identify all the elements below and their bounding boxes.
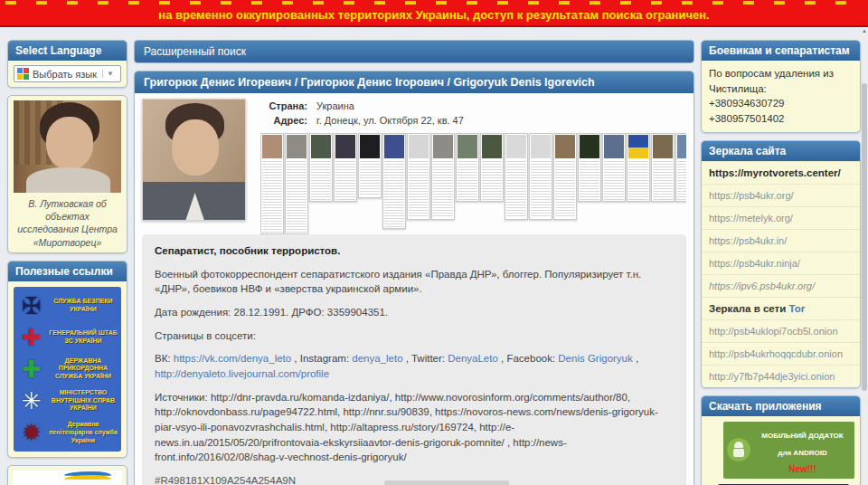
left-sidebar: Select Language Выбрать язык ▼ В. Лутков… <box>7 40 127 485</box>
page-thumbnail[interactable] <box>309 133 333 202</box>
language-selector-label: Выбрать язык <box>33 69 97 80</box>
chevron-down-icon[interactable]: ▼ <box>102 70 114 78</box>
social-text: , Twitter: <box>403 353 448 364</box>
page-thumbnail[interactable] <box>505 133 528 220</box>
militants-header: Боевикам и сепаратистам <box>702 41 860 61</box>
thumbnail-image <box>384 135 404 158</box>
scroll-up-arrow[interactable]: ▲ <box>861 28 868 33</box>
link-border-service[interactable]: ✚ ДЕРЖАВНА ПРИКОРДОННА СЛУЖБА УКРАЇНИ <box>17 357 118 381</box>
mirror-link-3[interactable]: https://psb4ukr.in/ <box>702 229 860 252</box>
informnapalm-box: InformNapalm <box>7 465 127 485</box>
link-sbu[interactable]: ✠ СЛУЖБА БЕЗПЕКИ УКРАЇНИ <box>17 294 118 318</box>
thumbnail-image <box>653 135 673 158</box>
address-row: Адрес: г. Донецк, ул. Октября 22, кв. 47 <box>260 115 686 126</box>
page-thumbnail[interactable] <box>627 133 650 202</box>
lutkovska-video-box: В. Лутковская об объектах исследования Ц… <box>7 95 127 253</box>
social-text: , Instagram: <box>291 353 352 364</box>
thumbnail-image <box>433 135 453 158</box>
profile-photo[interactable] <box>142 99 246 221</box>
social-link[interactable]: http://denyaleto.livejournal.com/profile <box>155 368 329 379</box>
tor-mirror-2[interactable]: http://y7fb7p44dje3yici.onion <box>702 365 860 387</box>
thumbnail-text-lines <box>360 159 380 196</box>
tor-link[interactable]: Tor <box>788 303 805 314</box>
page-thumbnail[interactable] <box>260 133 284 234</box>
lutkovska-photo[interactable] <box>14 100 121 193</box>
android-app-line2: для ANDROID <box>778 449 826 457</box>
lutkovska-caption: В. Лутковская об объектах исследования Ц… <box>14 197 121 249</box>
scrollbar-thumb[interactable] <box>862 83 867 391</box>
page-thumbnail[interactable] <box>358 133 382 198</box>
social-link[interactable]: https://vk.com/denya_leto <box>174 353 291 364</box>
profile-summary: Сепаратист, пособник террористов. <box>155 243 674 259</box>
mirror-link-2[interactable]: https://metelyk.org/ <box>702 206 860 229</box>
page-thumbnail[interactable] <box>334 133 357 202</box>
page-thumbnail[interactable] <box>480 133 504 202</box>
android-app-line1: МОБІЛЬНИЙ ДОДАТОК <box>761 432 843 440</box>
tor-label: Зеркала в сети <box>709 303 788 314</box>
thumbnail-image <box>458 135 477 158</box>
page-thumbnail[interactable] <box>407 133 430 220</box>
main-content: Расширенный поиск Григорюк Денис Игореви… <box>134 40 694 485</box>
link-sbu-label: СЛУЖБА БЕЗПЕКИ УКРАЇНИ <box>49 298 118 314</box>
social-link[interactable]: Denis Grigoryuk <box>558 353 632 364</box>
thumbnail-image <box>335 135 355 158</box>
page-thumbnail[interactable] <box>578 133 601 202</box>
thumbnail-image <box>409 135 429 158</box>
thumbnail-image <box>360 135 380 158</box>
status-bar-tab <box>384 480 509 485</box>
social-link[interactable]: denya_leto <box>352 353 402 364</box>
link-penitentiary-service[interactable]: ✹ Державна пенітенціарна служба України <box>17 421 118 444</box>
page-thumbnail[interactable] <box>431 133 455 220</box>
sbu-cross-icon: ✠ <box>17 294 46 318</box>
link-penitentiary-service-label: Державна пенітенціарна служба України <box>49 421 118 444</box>
link-general-staff[interactable]: ✚ ГЕНЕРАЛЬНИЙ ШТАБ ЗС УКРАЇНИ <box>17 326 118 349</box>
tor-mirror-0[interactable]: http://psb4uklopi7ocb5l.onion <box>702 319 860 342</box>
android-new-badge: New!!! <box>788 464 816 474</box>
apps-box: Скачать приложения МОБІЛЬНИЙ ДОДАТОК для… <box>701 395 861 485</box>
country-label: Страна: <box>260 100 307 111</box>
page-thumbnail[interactable] <box>675 133 686 202</box>
page-thumbnail[interactable] <box>553 133 577 220</box>
social-heading: Страницы в соцсети: <box>155 328 674 344</box>
mirror-link-0[interactable]: https://myrotvorets.center/ <box>702 161 860 184</box>
mirror-link-4[interactable]: https://psb4ukr.ninja/ <box>702 252 860 274</box>
link-interior-ministry[interactable]: ✳ МІНІСТЕРСТВО ВНУТРІШНІХ СПРАВ УКРАЇНИ <box>17 389 118 413</box>
thumbnail-image <box>506 135 526 158</box>
page-thumbnail[interactable] <box>651 133 675 202</box>
country-row: Страна: Украина <box>260 100 686 111</box>
page-thumbnail[interactable] <box>456 133 479 202</box>
link-interior-ministry-label: МІНІСТЕРСТВО ВНУТРІШНІХ СПРАВ УКРАЇНИ <box>49 389 118 413</box>
language-selector[interactable]: Выбрать язык ▼ <box>14 65 121 82</box>
mirror-link-5[interactable]: https://ipv6.psb4ukr.org/ <box>702 274 860 297</box>
select-language-box: Select Language Выбрать язык ▼ <box>7 40 127 88</box>
page-thumbnail[interactable] <box>382 133 406 229</box>
country-value: Украина <box>316 100 354 111</box>
social-link[interactable]: DenyaLeto <box>448 353 498 364</box>
select-language-header: Select Language <box>8 41 127 61</box>
address-label: Адрес: <box>260 115 307 126</box>
sources-line: Источники: http://dnr-pravda.ru/komanda-… <box>155 390 674 465</box>
profile-info: Страна: Украина Адрес: г. Донецк, ул. Ок… <box>260 99 686 129</box>
tor-mirror-1[interactable]: http://psb4ukrhoqqcdubr.onion <box>702 342 860 365</box>
page-thumbnail[interactable] <box>602 133 626 202</box>
profile-title[interactable]: Григорюк Денис Игоревич / Григорюк Денис… <box>135 71 693 93</box>
thumbnail-image <box>311 135 331 158</box>
vertical-scrollbar[interactable]: ▲ <box>861 27 868 485</box>
profile-photo-face <box>172 119 219 176</box>
page-thumbnail[interactable] <box>285 133 308 234</box>
advanced-search-link[interactable]: Расширенный поиск <box>134 40 694 63</box>
android-app-banner[interactable]: МОБІЛЬНИЙ ДОДАТОК для ANDROID New!!! <box>723 422 854 480</box>
page-thumbnail[interactable] <box>529 133 552 220</box>
militants-body: По вопросам удаления из Чистилища: +3809… <box>702 61 860 132</box>
thumbnail-strip <box>260 133 686 234</box>
social-text: ВК: <box>155 353 174 364</box>
android-robot-icon <box>727 438 750 461</box>
thumbnail-text-lines <box>409 159 429 218</box>
informnapalm-banner[interactable]: InformNapalm <box>13 471 122 485</box>
mirror-link-1[interactable]: https://psb4ukr.org/ <box>702 184 860 206</box>
link-general-staff-label: ГЕНЕРАЛЬНИЙ ШТАБ ЗС УКРАЇНИ <box>49 329 118 346</box>
apps-header: Скачать приложения <box>702 396 860 416</box>
thumbnail-text-lines <box>335 159 355 200</box>
google-translate-icon <box>17 68 29 80</box>
border-service-cross-icon: ✚ <box>17 357 46 381</box>
